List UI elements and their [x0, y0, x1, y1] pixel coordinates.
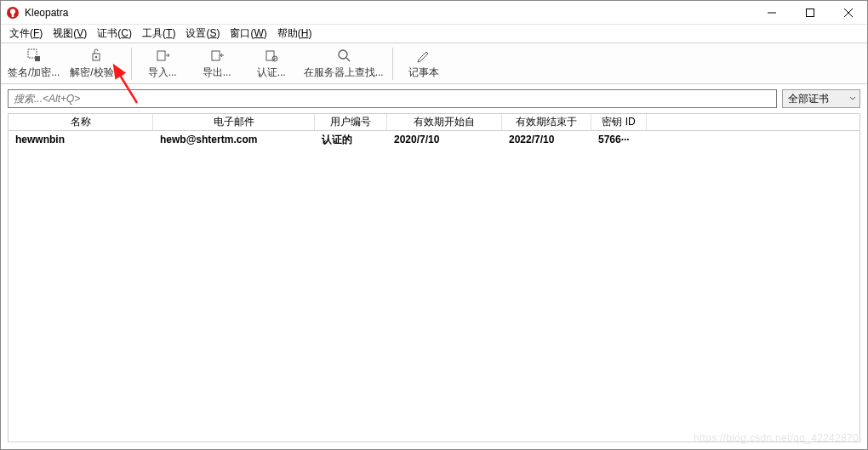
notepad-label: 记事本: [408, 66, 439, 80]
certify-button[interactable]: 认证...: [244, 44, 299, 83]
search-input[interactable]: [8, 89, 777, 108]
svg-rect-11: [157, 51, 165, 60]
maximize-button[interactable]: [791, 1, 829, 24]
col-valid-to[interactable]: 有效期结束于: [502, 114, 591, 130]
toolbar-separator: [392, 48, 393, 80]
lookup-label: 在服务器上查找...: [304, 66, 384, 80]
svg-line-16: [346, 58, 350, 61]
table-header: 名称 电子邮件 用户编号 有效期开始自 有效期结束于 密钥 ID: [9, 114, 859, 131]
menubar: 文件(F) 视图(V) 证书(C) 工具(T) 设置(S) 窗口(W) 帮助(H…: [1, 25, 867, 43]
decrypt-verify-label: 解密/校验...: [70, 66, 122, 80]
decrypt-verify-button[interactable]: 解密/校验...: [65, 44, 127, 83]
svg-point-15: [339, 50, 347, 59]
titlebar: Kleopatra: [1, 1, 867, 25]
cell-valid-to: 2022/7/10: [502, 134, 591, 145]
certify-label: 认证...: [257, 66, 286, 80]
sign-encrypt-icon: [26, 47, 42, 64]
sign-encrypt-label: 签名/加密...: [8, 66, 60, 80]
certificate-filter-label: 全部证书: [788, 92, 829, 106]
svg-rect-8: [35, 56, 40, 61]
svg-rect-12: [212, 51, 220, 60]
menu-file[interactable]: 文件(F): [4, 25, 48, 43]
menu-help[interactable]: 帮助(H): [272, 25, 317, 43]
notepad-button[interactable]: 记事本: [397, 44, 451, 83]
cell-valid-from: 2020/7/10: [387, 134, 502, 145]
table-row[interactable]: hewwnbin hewb@shtertm.com 认证的 2020/7/10 …: [9, 131, 859, 148]
app-icon: [6, 6, 20, 20]
svg-rect-2: [12, 13, 14, 17]
col-email[interactable]: 电子邮件: [153, 114, 315, 130]
col-key-id[interactable]: 密钥 ID: [591, 114, 647, 130]
cell-user: 认证的: [315, 133, 387, 147]
notepad-icon: [416, 47, 431, 64]
col-valid-from[interactable]: 有效期开始自: [387, 114, 502, 130]
import-icon: [155, 47, 170, 64]
import-label: 导入...: [148, 66, 177, 80]
chevron-down-icon: [849, 93, 856, 105]
sign-encrypt-button[interactable]: 签名/加密...: [3, 44, 65, 83]
svg-point-10: [95, 56, 97, 58]
certificate-table: 名称 电子邮件 用户编号 有效期开始自 有效期结束于 密钥 ID hewwnbi…: [8, 113, 860, 442]
certify-icon: [264, 47, 279, 64]
window-controls: [752, 1, 867, 24]
svg-rect-4: [806, 9, 814, 16]
minimize-button[interactable]: [752, 1, 791, 24]
close-button[interactable]: [829, 1, 867, 24]
menu-view[interactable]: 视图(V): [48, 25, 92, 43]
col-user[interactable]: 用户编号: [315, 114, 387, 130]
cell-key-id: 5766···: [591, 134, 647, 145]
svg-rect-13: [266, 51, 274, 60]
toolbar: 签名/加密... 解密/校验... 导入... 导出... 认证... 在服务器…: [1, 43, 867, 84]
import-button[interactable]: 导入...: [135, 44, 190, 83]
export-icon: [209, 47, 225, 64]
certificate-filter-select[interactable]: 全部证书: [782, 89, 860, 108]
window-title: Kleopatra: [25, 7, 752, 19]
lookup-icon: [336, 47, 351, 64]
menu-cert[interactable]: 证书(C): [92, 25, 137, 43]
export-button[interactable]: 导出...: [190, 44, 244, 83]
search-row: 全部证书: [1, 84, 867, 113]
cell-name: hewwnbin: [9, 134, 153, 145]
cell-email: hewb@shtertm.com: [153, 134, 315, 145]
decrypt-verify-icon: [89, 47, 104, 64]
col-name[interactable]: 名称: [9, 114, 153, 130]
menu-settings[interactable]: 设置(S): [180, 25, 225, 43]
menu-window[interactable]: 窗口(W): [225, 25, 271, 43]
export-label: 导出...: [203, 66, 231, 80]
table-body: hewwnbin hewb@shtertm.com 认证的 2020/7/10 …: [9, 131, 859, 441]
watermark: https://blog.csdn.net/qq_42242870: [694, 432, 859, 444]
lookup-button[interactable]: 在服务器上查找...: [299, 44, 389, 83]
toolbar-separator: [131, 48, 132, 80]
menu-tools[interactable]: 工具(T): [137, 25, 180, 43]
